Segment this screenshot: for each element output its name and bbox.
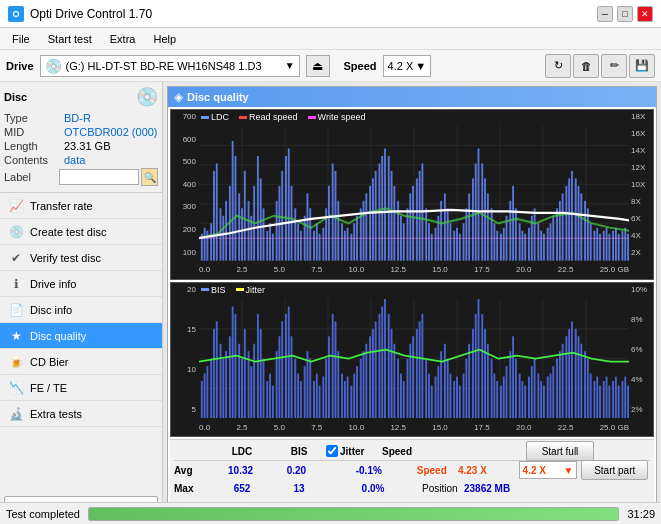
start-part-button[interactable]: Start part <box>581 460 648 480</box>
svg-rect-54 <box>322 228 324 261</box>
disc-label-search-button[interactable]: 🔍 <box>141 168 158 186</box>
nav-item-cd-bier[interactable]: 🍺CD Bier <box>0 349 162 375</box>
jitter-checkbox[interactable] <box>326 445 338 457</box>
svg-rect-181 <box>248 351 250 418</box>
fe-te-icon: 📉 <box>8 381 24 395</box>
speed-dropdown-arrow[interactable]: ▼ <box>415 60 426 72</box>
svg-rect-240 <box>431 385 433 418</box>
svg-rect-198 <box>300 381 302 418</box>
speed-selector-dropdown[interactable]: 4.2 X ▼ <box>519 461 578 479</box>
svg-rect-299 <box>615 376 617 418</box>
svg-rect-264 <box>506 366 508 418</box>
speed-selector[interactable]: 4.2 X ▼ <box>383 55 432 77</box>
svg-rect-115 <box>512 186 514 261</box>
chart1-y-axis-left: 700 600 500 400 300 200 100 <box>171 110 199 259</box>
menu-help[interactable]: Help <box>145 31 184 47</box>
disc-label-input[interactable] <box>59 169 139 185</box>
svg-rect-150 <box>622 231 624 261</box>
max-jitter: 0.0% <box>326 483 420 494</box>
svg-rect-238 <box>425 358 427 418</box>
svg-rect-74 <box>384 148 386 260</box>
nav-item-drive-info[interactable]: ℹDrive info <box>0 271 162 297</box>
menu-start-test[interactable]: Start test <box>40 31 100 47</box>
close-button[interactable]: ✕ <box>637 6 653 22</box>
verify-test-disc-label: Verify test disc <box>30 252 154 264</box>
chart1-legend: LDC Read speed Write speed <box>201 112 365 122</box>
nav-item-fe-te[interactable]: 📉FE / TE <box>0 375 162 401</box>
svg-rect-231 <box>403 381 405 418</box>
svg-rect-134 <box>571 171 573 261</box>
cd-bier-label: CD Bier <box>30 356 154 368</box>
svg-rect-76 <box>391 171 393 261</box>
nav-item-disc-info[interactable]: 📄Disc info <box>0 297 162 323</box>
svg-rect-213 <box>347 376 349 418</box>
svg-rect-194 <box>288 306 290 418</box>
menu-file[interactable]: File <box>4 31 38 47</box>
svg-rect-18 <box>210 223 212 260</box>
chart2-x-axis: 0.0 2.5 5.0 7.5 10.0 12.5 15.0 17.5 20.0… <box>199 418 629 436</box>
menu-bar: File Start test Extra Help <box>0 28 661 50</box>
disc-section-icon: 💿 <box>136 86 158 108</box>
minimize-button[interactable]: ─ <box>597 6 613 22</box>
svg-rect-284 <box>568 329 570 418</box>
drive-dropdown-arrow[interactable]: ▼ <box>285 60 295 71</box>
refresh-button[interactable]: ↻ <box>545 54 571 78</box>
svg-rect-251 <box>465 358 467 418</box>
nav-item-transfer-rate[interactable]: 📈Transfer rate <box>0 193 162 219</box>
svg-rect-204 <box>319 385 321 418</box>
drive-selector[interactable]: 💿 (G:) HL-DT-ST BD-RE WH16NS48 1.D3 ▼ <box>40 55 300 77</box>
svg-rect-197 <box>297 373 299 418</box>
nav-item-verify-test-disc[interactable]: ✔Verify test disc <box>0 245 162 271</box>
content-area: ◈ Disc quality LDC Read speed <box>163 82 661 524</box>
write-button[interactable]: ✏ <box>601 54 627 78</box>
svg-rect-136 <box>578 186 580 261</box>
svg-rect-170 <box>213 329 215 418</box>
svg-rect-133 <box>568 178 570 260</box>
svg-rect-93 <box>444 193 446 260</box>
svg-rect-272 <box>531 366 533 418</box>
svg-rect-257 <box>484 329 486 418</box>
svg-rect-124 <box>540 231 542 261</box>
svg-rect-35 <box>263 208 265 260</box>
stats-max-row: Max 652 13 0.0% Position 23862 MB <box>170 479 654 497</box>
start-full-button[interactable]: Start full <box>526 441 594 461</box>
svg-rect-112 <box>503 228 505 261</box>
eject-button[interactable]: ⏏ <box>306 55 330 77</box>
svg-rect-104 <box>478 148 480 260</box>
menu-extra[interactable]: Extra <box>102 31 144 47</box>
svg-rect-205 <box>322 376 324 418</box>
svg-rect-215 <box>353 373 355 418</box>
nav-item-create-test-disc[interactable]: 💿Create test disc <box>0 219 162 245</box>
svg-rect-267 <box>515 358 517 418</box>
svg-rect-99 <box>463 223 465 260</box>
svg-rect-102 <box>472 178 474 260</box>
svg-rect-303 <box>627 385 629 418</box>
svg-rect-60 <box>341 223 343 260</box>
disc-info-icon: 📄 <box>8 303 24 317</box>
svg-rect-193 <box>285 314 287 418</box>
svg-rect-131 <box>562 193 564 260</box>
save-button[interactable]: 💾 <box>629 54 655 78</box>
svg-rect-266 <box>512 336 514 418</box>
chart-panel-icon: ◈ <box>174 90 183 104</box>
svg-rect-220 <box>369 336 371 418</box>
disc-section: Disc 💿 Type BD-R MID OTCBDR002 (000) Len… <box>0 82 162 193</box>
disc-erase-button[interactable]: 🗑 <box>573 54 599 78</box>
svg-rect-245 <box>447 358 449 418</box>
svg-rect-225 <box>384 299 386 418</box>
svg-rect-270 <box>524 385 526 418</box>
svg-rect-178 <box>238 343 240 418</box>
svg-rect-34 <box>260 178 262 260</box>
maximize-button[interactable]: □ <box>617 6 633 22</box>
svg-rect-274 <box>537 373 539 418</box>
svg-rect-300 <box>618 385 620 418</box>
legend-ldc: LDC <box>201 112 229 122</box>
nav-item-disc-quality[interactable]: ★Disc quality <box>0 323 162 349</box>
chart1-svg <box>199 126 629 261</box>
disc-quality-label: Disc quality <box>30 330 154 342</box>
nav-item-extra-tests[interactable]: 🔬Extra tests <box>0 401 162 427</box>
svg-rect-45 <box>294 208 296 260</box>
svg-rect-202 <box>313 381 315 418</box>
svg-rect-287 <box>578 336 580 418</box>
fe-te-label: FE / TE <box>30 382 154 394</box>
